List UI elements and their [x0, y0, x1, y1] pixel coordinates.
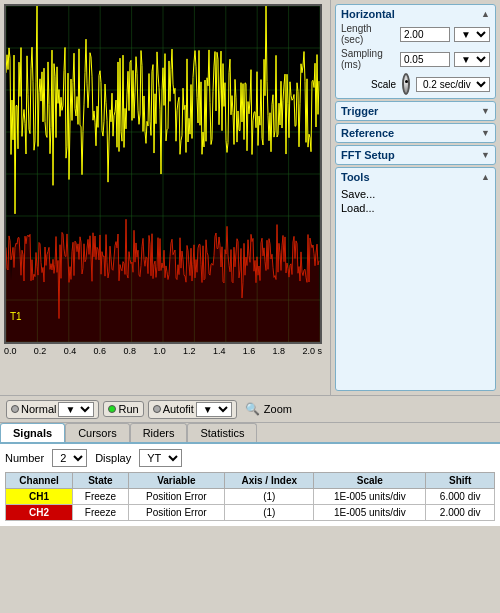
- reference-arrow-icon: ▼: [481, 128, 490, 138]
- table-row[interactable]: CH2FreezePosition Error(1)1E-005 units/d…: [6, 505, 495, 521]
- run-led: [108, 405, 116, 413]
- knob-dot: [405, 80, 408, 83]
- main-container: T1 0.0 0.2 0.4 0.6 0.8 1.0 1.2 1.4 1.6 1…: [0, 0, 500, 395]
- zoom-icon: 🔍: [245, 402, 260, 416]
- number-select[interactable]: 2: [52, 449, 87, 467]
- run-button[interactable]: Run: [103, 401, 143, 417]
- tabs-row: Signals Cursors Riders Statistics: [0, 423, 500, 444]
- scale-label: Scale: [371, 79, 396, 90]
- x-axis-tick: 0.6: [94, 346, 107, 356]
- cell-4: 1E-005 units/div: [314, 489, 426, 505]
- horizontal-arrow-icon: ▲: [481, 9, 490, 19]
- autofit-label: Autofit: [163, 403, 194, 415]
- x-axis-tick: 1.0: [153, 346, 166, 356]
- load-button[interactable]: Load...: [341, 201, 375, 215]
- col-state: State: [73, 473, 129, 489]
- zoom-label: Zoom: [264, 403, 292, 415]
- x-axis-tick: 1.4: [213, 346, 226, 356]
- table-row[interactable]: CH1FreezePosition Error(1)1E-005 units/d…: [6, 489, 495, 505]
- x-axis-tick: 1.8: [273, 346, 286, 356]
- trigger-label: Trigger: [341, 105, 378, 117]
- autofit-led: [153, 405, 161, 413]
- bottom-area: Signals Cursors Riders Statistics Number…: [0, 423, 500, 526]
- cell-1: Freeze: [73, 505, 129, 521]
- controls-bar: Normal ▼ Run Autofit ▼ 🔍 Zoom: [0, 395, 500, 423]
- sampling-dropdown[interactable]: ▼: [454, 52, 490, 67]
- trigger-header[interactable]: Trigger ▼: [341, 105, 490, 117]
- trigger-section: Trigger ▼: [335, 101, 496, 121]
- cell-5: 2.000 div: [426, 505, 495, 521]
- cell-0: CH2: [6, 505, 73, 521]
- display-label: Display: [95, 452, 131, 464]
- length-input[interactable]: [400, 27, 450, 42]
- x-axis: 0.0 0.2 0.4 0.6 0.8 1.0 1.2 1.4 1.6 1.8 …: [4, 344, 322, 356]
- autofit-dropdown[interactable]: ▼: [196, 402, 232, 417]
- col-scale: Scale: [314, 473, 426, 489]
- signals-table: Channel State Variable Axis / Index Scal…: [5, 472, 495, 521]
- sampling-input[interactable]: [400, 52, 450, 67]
- right-panel: Horizontal ▲ Length (sec) ▼ Sampling (ms…: [330, 0, 500, 395]
- normal-button[interactable]: Normal ▼: [6, 400, 99, 419]
- cell-3: (1): [225, 505, 314, 521]
- sampling-label: Sampling (ms): [341, 48, 396, 70]
- normal-led: [11, 405, 19, 413]
- col-axis: Axis / Index: [225, 473, 314, 489]
- cell-2: Position Error: [128, 489, 224, 505]
- cell-2: Position Error: [128, 505, 224, 521]
- x-axis-tick: 0.8: [123, 346, 136, 356]
- tools-buttons: Save... Load...: [341, 187, 490, 215]
- x-axis-tick: 2.0 s: [302, 346, 322, 356]
- normal-label: Normal: [21, 403, 56, 415]
- length-row: Length (sec) ▼: [341, 23, 490, 45]
- length-dropdown[interactable]: ▼: [454, 27, 490, 42]
- t1-label: T1: [10, 311, 22, 322]
- tab-controls-row: Number 2 Display YT: [5, 449, 495, 467]
- tools-label: Tools: [341, 171, 370, 183]
- fft-setup-header[interactable]: FFT Setup ▼: [341, 149, 490, 161]
- horizontal-label: Horizontal: [341, 8, 395, 20]
- cell-0: CH1: [6, 489, 73, 505]
- normal-dropdown[interactable]: ▼: [58, 402, 94, 417]
- col-variable: Variable: [128, 473, 224, 489]
- cell-1: Freeze: [73, 489, 129, 505]
- tools-arrow-icon: ▲: [481, 172, 490, 182]
- table-header-row: Channel State Variable Axis / Index Scal…: [6, 473, 495, 489]
- x-axis-tick: 0.0: [4, 346, 17, 356]
- scale-knob[interactable]: [402, 73, 410, 95]
- scale-row: Scale 0.2 sec/div: [341, 73, 490, 95]
- fft-setup-section: FFT Setup ▼: [335, 145, 496, 165]
- x-axis-tick: 1.2: [183, 346, 196, 356]
- reference-section: Reference ▼: [335, 123, 496, 143]
- reference-header[interactable]: Reference ▼: [341, 127, 490, 139]
- tab-content-signals: Number 2 Display YT Channel State Variab…: [0, 444, 500, 526]
- tools-section: Tools ▲ Save... Load...: [335, 167, 496, 391]
- col-shift: Shift: [426, 473, 495, 489]
- reference-label: Reference: [341, 127, 394, 139]
- scale-select[interactable]: 0.2 sec/div: [416, 77, 490, 92]
- tab-signals[interactable]: Signals: [0, 423, 65, 442]
- fft-setup-label: FFT Setup: [341, 149, 395, 161]
- number-label: Number: [5, 452, 44, 464]
- horizontal-section: Horizontal ▲ Length (sec) ▼ Sampling (ms…: [335, 4, 496, 99]
- run-label: Run: [118, 403, 138, 415]
- x-axis-tick: 1.6: [243, 346, 256, 356]
- horizontal-header[interactable]: Horizontal ▲: [341, 8, 490, 20]
- cell-5: 6.000 div: [426, 489, 495, 505]
- cell-3: (1): [225, 489, 314, 505]
- x-axis-tick: 0.4: [64, 346, 77, 356]
- col-channel: Channel: [6, 473, 73, 489]
- display-select[interactable]: YT: [139, 449, 182, 467]
- length-label: Length (sec): [341, 23, 396, 45]
- chart-area: T1 0.0 0.2 0.4 0.6 0.8 1.0 1.2 1.4 1.6 1…: [0, 0, 330, 395]
- autofit-button[interactable]: Autofit ▼: [148, 400, 237, 419]
- save-button[interactable]: Save...: [341, 187, 375, 201]
- tools-header[interactable]: Tools ▲: [341, 171, 490, 183]
- sampling-row: Sampling (ms) ▼: [341, 48, 490, 70]
- cell-4: 1E-005 units/div: [314, 505, 426, 521]
- tab-riders[interactable]: Riders: [130, 423, 188, 442]
- oscilloscope-chart: T1: [4, 4, 322, 344]
- tab-cursors[interactable]: Cursors: [65, 423, 130, 442]
- fft-setup-arrow-icon: ▼: [481, 150, 490, 160]
- tab-statistics[interactable]: Statistics: [187, 423, 257, 442]
- x-axis-tick: 0.2: [34, 346, 47, 356]
